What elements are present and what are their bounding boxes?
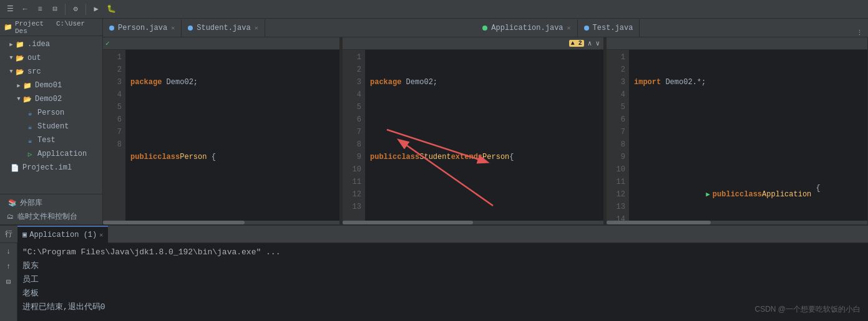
scratch-icon: 🗂 [5, 211, 15, 221]
checkmark-icon: ✓ [105, 39, 110, 47]
tree-item-demo02[interactable]: ▼ 📂 Demo02 [0, 92, 102, 106]
main-layout: 📁 Project C:\User Des ▶ 📁 .idea ▼ 📂 out [0, 19, 868, 224]
tree-label: src [27, 67, 41, 76]
bottom-tab-icon: ▣ [22, 230, 27, 239]
tab-more-button[interactable]: ⋮ [851, 29, 868, 37]
editor-breadcrumb-person: ✓ [103, 37, 339, 50]
iml-icon: 📄 [10, 163, 20, 173]
bottom-sidebar: ↓ ↑ ⊟ [0, 243, 17, 321]
scrollbar-app[interactable] [607, 221, 867, 224]
project-icon: 📁 [4, 23, 12, 31]
tree-item-out[interactable]: ▼ 📂 out [0, 51, 102, 65]
bottom-panel: 行 ▣ Application (1) ✕ ↓ ↑ ⊟ "C:\Program … [0, 224, 868, 321]
tree-item-application[interactable]: ▷ Application [0, 147, 102, 161]
run-icon[interactable]: ▶ [91, 4, 101, 14]
tree-label: Demo01 [35, 81, 62, 90]
tab-close-person[interactable]: ✕ [171, 24, 175, 32]
debug-icon[interactable]: 🐛 [106, 4, 116, 14]
tree-item-test[interactable]: ☕ Test [0, 133, 102, 147]
output-area[interactable]: "C:\Program Files\Java\jdk1.8.0_192\bin\… [17, 243, 868, 321]
tree-label: Project.iml [22, 163, 72, 172]
expand-icon: ∧ [588, 39, 592, 47]
line-numbers-person: 1234 5678 [103, 50, 125, 221]
tree-label: out [27, 54, 41, 62]
tab-application[interactable]: Application.java ✕ [476, 19, 577, 37]
line-numbers-student: 1234 5678 9101112 13 [343, 50, 365, 221]
tree-item-extlibs[interactable]: 📚 外部库 [0, 196, 102, 209]
code-person[interactable]: package Demo02; public class Person { 1 … [125, 50, 339, 221]
collapse-icon: ∨ [595, 39, 600, 47]
chevron-down-icon-3: ▼ [15, 96, 22, 102]
tree-item-src[interactable]: ▼ 📂 src [0, 65, 102, 79]
watermark: CSDN @一个想要吃软饭的小白 [754, 302, 861, 316]
tab-java-dot-3 [584, 26, 589, 31]
tab-java-dot [109, 26, 114, 31]
tab-test[interactable]: Test.java [578, 19, 640, 37]
bottom-tab-close[interactable]: ✕ [99, 231, 103, 239]
output-exit: 进程已结束,退出代码0 [22, 300, 863, 314]
tab-close-student[interactable]: ✕ [255, 24, 258, 32]
tab-close-app[interactable]: ✕ [567, 24, 571, 32]
top-toolbar: ☰ ← ≡ ⊟ ⚙ ▶ 🐛 [0, 0, 868, 19]
java-test-icon: ☕ [25, 135, 35, 145]
menu-icon[interactable]: ☰ [5, 4, 15, 14]
app-icon: ▷ [25, 149, 35, 159]
chevron-down-icon: ▼ [7, 55, 15, 61]
tab-label-4: Test.java [593, 24, 633, 32]
editor-area: Person.java ✕ Student.java ✕ Application… [103, 19, 868, 224]
output-line-3: 老板 [22, 287, 863, 300]
warning-badge: ▲ 2 [569, 40, 584, 47]
sidebar-tree: ▶ 📁 .idea ▼ 📂 out ▼ 📂 src ▶ [0, 36, 102, 194]
up-arrow-icon[interactable]: ↑ [2, 261, 15, 273]
tree-label: 临时文件和控制台 [17, 211, 77, 222]
tree-item-idea[interactable]: ▶ 📁 .idea [0, 37, 102, 51]
editor-content-person[interactable]: 1234 5678 package Demo02; public class P… [103, 50, 339, 221]
chevron-down-icon-2: ▼ [7, 69, 15, 75]
editors-row: ✓ 1234 5678 package Demo02; public class… [103, 37, 868, 224]
line-numbers-app: 123 4 5 678 9101112 131415 [607, 50, 629, 221]
down-arrow-icon[interactable]: ↓ [2, 246, 15, 258]
code-app[interactable]: import Demo02.*; ▶ public class Applicat… [629, 50, 867, 221]
output-line-2: 员工 [22, 273, 863, 287]
tree-item-person[interactable]: ☕ Person [0, 106, 102, 120]
chevron-right-icon-2: ▶ [15, 82, 22, 89]
editor-panel-person: ✓ 1234 5678 package Demo02; public class… [103, 37, 340, 224]
folder-icon: 📁 [15, 39, 25, 49]
chevron-right-icon: ▶ [7, 41, 15, 48]
tree-label: Student [37, 122, 69, 131]
bottom-run-label: 行 [0, 229, 17, 239]
back-icon[interactable]: ← [20, 4, 30, 14]
filter-icon[interactable]: ⊟ [2, 275, 15, 288]
java-person-icon: ☕ [25, 108, 35, 118]
code-student[interactable]: package Demo02; public class Student ext… [365, 50, 603, 221]
bottom-tab-label: Application (1) [29, 231, 97, 239]
java-student-icon: ☕ [25, 122, 35, 132]
tree-item-scratch[interactable]: 🗂 临时文件和控制台 [0, 209, 102, 223]
scrollbar-student[interactable] [343, 221, 603, 224]
run-label-text: 行 [5, 229, 12, 239]
tab-student[interactable]: Student.java ✕ [182, 19, 265, 37]
editor-content-app[interactable]: 123 4 5 678 9101112 131415 import Demo02… [607, 50, 867, 221]
bottom-tab-application[interactable]: ▣ Application (1) ✕ [17, 226, 108, 243]
tab-bar: Person.java ✕ Student.java ✕ Application… [103, 19, 868, 37]
editor-content-student[interactable]: 1234 5678 9101112 13 package Demo02; pub… [343, 50, 603, 221]
tab-label: Person.java [118, 24, 167, 32]
tree-label: Person [37, 108, 64, 117]
tree-item-demo01[interactable]: ▶ 📁 Demo01 [0, 79, 102, 92]
sidebar-title: Project C:\User Des [15, 20, 99, 35]
indent-icon[interactable]: ⊟ [50, 4, 60, 14]
tree-label: .idea [27, 40, 50, 49]
tab-person[interactable]: Person.java ✕ [103, 19, 182, 37]
tree-label: Test [37, 136, 56, 145]
scrollbar-person[interactable] [103, 221, 339, 224]
tree-item-project-iml[interactable]: 📄 Project.iml [0, 161, 102, 175]
folder-demo02-icon: 📂 [22, 94, 32, 104]
tree-label: Demo02 [35, 95, 62, 103]
bottom-tab-bar: 行 ▣ Application (1) ✕ [0, 226, 868, 243]
sidebar: 📁 Project C:\User Des ▶ 📁 .idea ▼ 📂 out [0, 19, 103, 224]
settings-icon[interactable]: ⚙ [71, 4, 80, 14]
forward-icon[interactable]: ≡ [35, 4, 45, 14]
tree-item-student[interactable]: ☕ Student [0, 120, 102, 133]
folder-demo01-icon: 📁 [22, 80, 32, 90]
tab-java-dot-2 [188, 26, 193, 31]
